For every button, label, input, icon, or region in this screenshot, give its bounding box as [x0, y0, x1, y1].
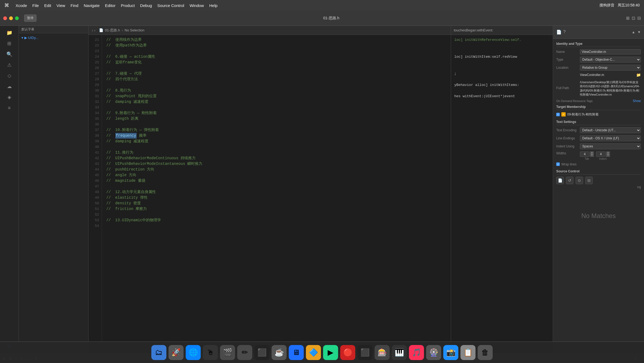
menu-editor[interactable]: Editor — [105, 3, 115, 8]
nav-icon-report[interactable]: ≡ — [4, 103, 15, 113]
assistant-code[interactable]: loc] initWithReferenceView:self. loc] in… — [451, 35, 553, 353]
wrap-lines-checkbox[interactable]: ✓ — [556, 162, 560, 166]
line-num-50: 50 — [89, 201, 102, 206]
minimize-button[interactable] — [9, 16, 13, 20]
breadcrumb-forward[interactable]: › — [94, 28, 96, 32]
target-checkbox[interactable]: ✓ — [556, 113, 560, 116]
dock: 🗂 🚀 🌐 🖱 🎬 ✏ ⬛ ☕ 🖥 🔷 ▶ 🔴 ⬛ 🎰 🎹 🎵 🎡 📸 📋 🗑 — [0, 342, 644, 363]
line-num-28: 28 — [89, 77, 102, 82]
menu-file[interactable]: File — [32, 3, 39, 8]
menu-product[interactable]: Product — [121, 3, 135, 8]
breadcrumb-separator: › — [122, 28, 123, 33]
sc-add-btn[interactable]: 📄 — [556, 177, 564, 184]
nav-icon-test[interactable]: ◇ — [4, 71, 15, 81]
nav-icon-debug[interactable]: ☁ — [4, 82, 15, 91]
menu-edit[interactable]: Edit — [44, 3, 51, 8]
type-select[interactable]: Default - Objective-C... — [580, 57, 641, 63]
quick-help-icon[interactable]: ? — [563, 30, 566, 35]
breadcrumb-selection[interactable]: No Selection — [125, 28, 144, 32]
tab-increment-btn[interactable]: ▲ — [590, 151, 594, 154]
sc-refresh-btn[interactable]: ⊙ — [576, 177, 583, 184]
dock-app6[interactable]: 📋 — [460, 345, 475, 360]
indent-width-input[interactable] — [596, 151, 606, 157]
up-arrow-icon[interactable]: ▲ — [632, 30, 635, 34]
dock-launchpad[interactable]: 🚀 — [169, 345, 184, 360]
dock-music[interactable]: 🎵 — [409, 345, 424, 360]
encoding-select[interactable]: Default - Unicode (UT... — [580, 127, 641, 133]
menu-help[interactable]: Help — [209, 3, 218, 8]
menu-xcode[interactable]: Xcode — [16, 3, 27, 8]
code-editor[interactable]: 21 22 23 24 25 26 27 28 29 30 31 32 33 3… — [89, 35, 451, 353]
file-item-uidynamic[interactable]: ▾ ▶ UIDy... — [19, 34, 88, 41]
stop-button[interactable]: 暂停 — [24, 14, 36, 22]
editor-layout-icon[interactable]: ⊡ — [632, 16, 635, 21]
menu-find[interactable]: Find — [71, 3, 78, 8]
line-num-35: 35 — [89, 116, 102, 122]
dock-terminal[interactable]: ⬛ — [254, 345, 269, 360]
identity-type-section-title: Identity and Type — [556, 42, 641, 47]
nav-icon-breakpoint[interactable]: ◈ — [4, 92, 15, 102]
inspector-panel: 📄 ? ▲ ▼ Identity and Type Name Type — [553, 26, 644, 353]
dock-system-prefs[interactable]: ☕ — [272, 345, 287, 360]
location-row: Location Relative to Group — [556, 65, 641, 71]
name-label: Name — [556, 50, 578, 54]
menu-debug[interactable]: Debug — [140, 3, 152, 8]
line-numbers: 21 22 23 24 25 26 27 28 29 30 31 32 33 3… — [89, 35, 102, 353]
asst-line-3: ; — [454, 71, 550, 77]
line-endings-select[interactable]: Default - OS X / Unix (LF) — [580, 135, 641, 141]
show-link[interactable]: Show — [633, 99, 641, 103]
code-lines[interactable]: // 使用线作为边界 // 使用path作为边界 // 6.碰撞 — actio… — [102, 35, 451, 353]
dock-app1[interactable]: 🔴 — [340, 345, 355, 360]
inspector-toggle-icon[interactable]: ⊟ — [637, 16, 641, 21]
menu-source-control[interactable]: Source Control — [157, 3, 184, 8]
nav-icon-search[interactable]: 🔍 — [4, 49, 15, 59]
menu-window[interactable]: Window — [189, 3, 204, 8]
dock-mouse[interactable]: 🖱 — [203, 345, 218, 360]
dock-trash[interactable]: 🗑 — [478, 345, 493, 360]
sc-remove-btn[interactable]: ↺ — [566, 177, 573, 184]
down-arrow-icon[interactable]: ▼ — [637, 30, 641, 34]
dock-finder[interactable]: 🗂 — [151, 345, 166, 360]
breadcrumb-back[interactable]: ‹ — [92, 28, 93, 32]
dock-photos[interactable]: 📸 — [443, 345, 458, 360]
nav-icon-symbol[interactable]: ⊞ — [4, 39, 15, 48]
code-line-39: // damping 减速程度 — [106, 139, 447, 144]
indent-using-select[interactable]: Spaces — [580, 143, 641, 149]
indent-increment-btn[interactable]: ▲ — [606, 151, 610, 154]
indent-decrement-btn[interactable]: ▼ — [606, 154, 610, 157]
file-inspector-icon[interactable]: 📄 — [556, 30, 562, 35]
code-line-45: // angle 方向 — [106, 172, 447, 178]
tab-width-input[interactable] — [580, 151, 590, 157]
menu-navigate[interactable]: Navigate — [84, 3, 100, 8]
nav-icon-warning[interactable]: ⚠ — [4, 60, 15, 70]
dock-pycharm[interactable]: ▶ — [323, 345, 338, 360]
navigator-toggle-icon[interactable]: ⊞ — [626, 16, 630, 21]
input-method: 搜狗拼音 — [599, 3, 614, 8]
line-num-24: 24 — [89, 54, 102, 60]
line-num-22: 22 — [89, 43, 102, 48]
dock-textedit[interactable]: ✏ — [237, 345, 252, 360]
tab-decrement-btn[interactable]: ▼ — [590, 154, 594, 157]
folder-icon[interactable]: 📁 — [636, 73, 641, 77]
dock-quicktime[interactable]: 🎬 — [220, 345, 235, 360]
dock-safari[interactable]: 🌐 — [186, 345, 201, 360]
location-select[interactable]: Relative to Group — [580, 65, 641, 71]
name-input[interactable] — [580, 49, 641, 55]
breadcrumb-bar: ‹ › 📄 01-思路.h › No Selection — [89, 26, 451, 35]
sc-history-btn[interactable]: ⊟ — [585, 177, 593, 184]
maximize-button[interactable] — [15, 16, 19, 20]
dock-sketch[interactable]: 🔷 — [306, 345, 321, 360]
breadcrumb-file[interactable]: 01-思路.h — [105, 28, 120, 33]
dock-xcode[interactable]: 🖥 — [289, 345, 304, 360]
code-line-37: // 10.附着行为 — 弹性附着 — [106, 127, 447, 133]
dock-app2[interactable]: ⬛ — [357, 345, 372, 360]
menu-view[interactable]: View — [57, 3, 65, 8]
asst-line-5: hes withEvent:(UIEvent*)event — [454, 93, 550, 99]
close-button[interactable] — [3, 16, 7, 20]
nav-icon-folder[interactable]: 📁 — [4, 28, 15, 38]
dock-app5[interactable]: 🎡 — [426, 345, 441, 360]
dock-app3[interactable]: 🎰 — [375, 345, 390, 360]
dock-app4[interactable]: 🎹 — [392, 345, 407, 360]
apple-icon: ⌘ — [4, 2, 9, 8]
asst-spacer-2 — [454, 60, 550, 71]
